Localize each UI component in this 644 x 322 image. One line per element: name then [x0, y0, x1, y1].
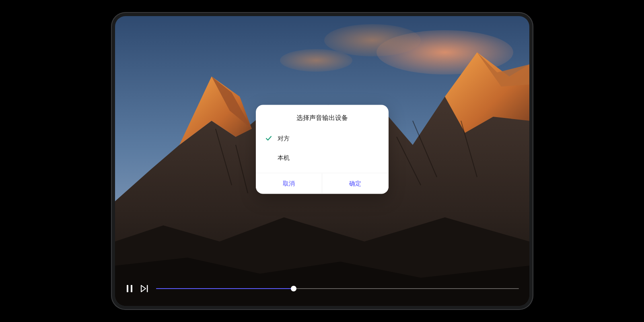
confirm-button[interactable]: 确定 — [322, 173, 389, 194]
screen: 选择声音输出设备 对方 本机 取消 确定 — [115, 16, 529, 306]
cancel-button[interactable]: 取消 — [256, 173, 322, 194]
check-icon — [265, 154, 273, 162]
check-icon — [265, 134, 273, 142]
option-label: 对方 — [278, 134, 290, 142]
option-local[interactable]: 本机 — [256, 148, 389, 167]
progress-thumb[interactable] — [291, 286, 296, 291]
next-button[interactable] — [141, 285, 149, 293]
player-controls — [115, 274, 529, 306]
progress-bar[interactable] — [156, 285, 519, 293]
audio-output-dialog: 选择声音输出设备 对方 本机 取消 确定 — [256, 105, 389, 194]
option-list: 对方 本机 — [256, 126, 389, 173]
tablet-frame: 选择声音输出设备 对方 本机 取消 确定 — [111, 12, 533, 310]
svg-point-2 — [324, 24, 421, 56]
svg-rect-6 — [147, 285, 148, 292]
option-remote[interactable]: 对方 — [256, 129, 389, 148]
progress-fill — [156, 288, 294, 289]
svg-rect-4 — [127, 285, 128, 292]
dialog-actions: 取消 确定 — [256, 173, 389, 194]
dialog-title: 选择声音输出设备 — [256, 105, 389, 126]
option-label: 本机 — [278, 154, 290, 161]
pause-button[interactable] — [126, 285, 134, 293]
svg-rect-5 — [131, 285, 132, 292]
svg-point-3 — [280, 49, 352, 72]
